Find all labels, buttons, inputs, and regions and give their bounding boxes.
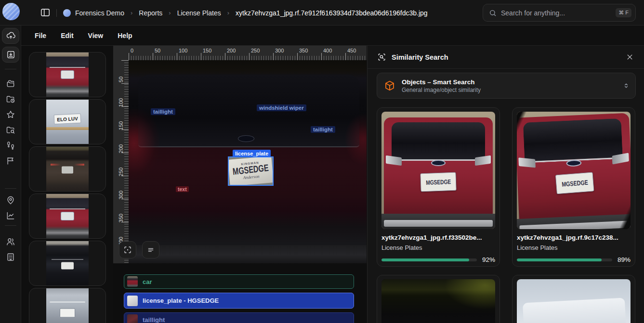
similarity-bar-fill [517, 258, 602, 261]
breadcrumb-separator-icon: › [227, 9, 229, 16]
annotation-row-label: car [143, 278, 152, 285]
similarity-bar-track [381, 258, 477, 261]
focus-icon [123, 245, 132, 254]
sidebar-item-recent[interactable] [5, 94, 16, 104]
ruler-label: 350 [118, 211, 124, 225]
sidebar-item-starred[interactable] [5, 109, 16, 120]
building-icon [6, 252, 15, 262]
folder-clock-icon [6, 94, 15, 104]
layers-list-button[interactable] [142, 241, 159, 258]
similarity-results-grid: MGSEDGE xytkz7ehvzga1_jpg.rf.f33502be...… [377, 107, 635, 323]
import-button[interactable] [2, 47, 19, 63]
folders-icon [6, 79, 15, 89]
result-filename: xytkz7ehvzga1_jpg.rf.f33502be... [381, 234, 495, 241]
annotation-label-taillight-left[interactable]: taillight [151, 108, 175, 115]
thumbnail-white-plate[interactable]: ELO LUV [29, 99, 106, 144]
sidebar-item-people[interactable] [5, 236, 16, 247]
rail-divider [5, 69, 16, 69]
image-search-icon [377, 52, 386, 62]
result-photo: MGSEDGE [517, 112, 631, 229]
ruler-label: 250 [251, 48, 260, 53]
breadcrumb-filename: xytkz7ehvzga1_jpg.rf.7e912f6163934d73bde… [236, 9, 428, 17]
breadcrumb: Forensics Demo › Reports › License Plate… [75, 0, 428, 26]
vertical-ruler: 50 100 150 200 250 300 350 400 [113, 60, 129, 263]
left-icon-rail [0, 26, 21, 323]
thumbnail-red-suv-2[interactable] [29, 194, 106, 239]
annotation-row-license-plate[interactable]: license_plate - HGSEDGE [124, 293, 354, 309]
upload-button[interactable] [2, 28, 19, 44]
workspace-avatar[interactable] [63, 9, 71, 17]
breadcrumb-reports[interactable]: Reports [139, 9, 162, 17]
result-filename: xytkz7ehvzga1_jpg.rf.9c17c238... [517, 234, 631, 241]
flag-icon [6, 156, 15, 166]
result-photo [517, 279, 631, 323]
search-icon [489, 9, 497, 17]
menu-edit[interactable]: Edit [61, 32, 73, 39]
global-search[interactable]: ⌘ F [483, 4, 636, 22]
app-logo[interactable] [2, 3, 20, 20]
annotation-row-label: taillight [143, 316, 165, 323]
search-shortcut-badge: ⌘ F [616, 8, 631, 17]
star-icon [6, 110, 15, 119]
breadcrumb-workspace[interactable]: Forensics Demo [75, 9, 124, 17]
sidebar-item-organization[interactable] [5, 252, 16, 262]
result-dataset: License Plates [381, 244, 495, 251]
car-taillight-right [344, 113, 367, 166]
annotation-label-taillight-right[interactable]: taillight [311, 126, 335, 133]
fit-to-view-button[interactable] [119, 241, 136, 258]
annotation-canvas[interactable]: taillight windshield wiper taillight tex… [129, 60, 367, 263]
license-plate-bounding-box[interactable]: KINGMAN MGSEDGE Anderson [228, 156, 274, 186]
menu-help[interactable]: Help [118, 32, 132, 39]
annotation-thumb [127, 276, 138, 287]
menu-file[interactable]: File [35, 32, 46, 39]
list-lines-icon [147, 246, 155, 254]
ruler-label: 200 [118, 142, 124, 156]
annotation-label-text[interactable]: text [176, 186, 189, 192]
breadcrumb-dataset[interactable]: License Plates [177, 9, 221, 17]
similarity-mode-select[interactable]: Objects – Smart Search General image/obj… [377, 73, 636, 99]
sidebar-item-analytics[interactable] [5, 210, 16, 221]
result-dataset: License Plates [517, 244, 631, 251]
app-window: Forensics Demo › Reports › License Plate… [0, 0, 644, 323]
similarity-score: 89% [618, 256, 631, 263]
annotation-row-car[interactable]: car [124, 274, 354, 289]
sidebar-item-flagged[interactable] [5, 155, 16, 166]
result-card-2[interactable]: MGSEDGE xytkz7ehvzga1_jpg.rf.9c17c238...… [512, 107, 635, 267]
menu-bar: File Edit View Help [21, 26, 644, 46]
horizontal-ruler: 0 50 100 150 200 250 300 350 400 450 [129, 46, 367, 60]
search-input[interactable] [501, 9, 616, 17]
breadcrumb-separator-icon: › [131, 9, 132, 16]
sidebar-item-search-folder[interactable] [5, 125, 16, 135]
sidebar-item-folders[interactable] [5, 78, 16, 89]
thumbnail-black-sedan[interactable] [29, 241, 106, 286]
annotation-row-taillight[interactable]: taillight [124, 312, 354, 323]
folder-search-icon [6, 125, 15, 135]
thumbnail-red-suv-1[interactable] [29, 52, 106, 97]
topbar-divider [56, 9, 57, 17]
result-card-3[interactable] [377, 275, 500, 323]
menu-view[interactable]: View [88, 32, 104, 39]
ruler-label: 300 [275, 48, 284, 53]
cube-icon [384, 80, 395, 91]
close-icon[interactable] [625, 52, 634, 62]
result-card-4[interactable] [512, 275, 635, 323]
footprints-icon [6, 141, 15, 150]
result-card-1[interactable]: MGSEDGE xytkz7ehvzga1_jpg.rf.f33502be...… [377, 107, 500, 267]
annotation-label-license-plate[interactable]: license_plate [233, 150, 271, 157]
annotation-label-windshield-wiper[interactable]: windshield wiper [257, 104, 306, 111]
result-plate-text: MGSEDGE [420, 172, 456, 192]
sidebar-toggle-icon[interactable] [40, 7, 51, 18]
ford-badge [431, 160, 446, 166]
thumbnail-photo [46, 288, 89, 323]
annotation-thumb [127, 314, 138, 323]
ruler-label: 50 [155, 48, 160, 53]
sidebar-item-tracks[interactable] [5, 140, 16, 151]
thumbnail-silver-car[interactable] [29, 288, 106, 323]
mode-subtitle: General image/object similarity [402, 87, 617, 93]
thumbnail-photo [46, 194, 89, 239]
ruler-label: 100 [179, 48, 187, 53]
thumbnail-brown-suv[interactable] [29, 146, 106, 192]
annotation-thumb [127, 296, 138, 306]
ruler-label: 50 [118, 72, 124, 87]
sidebar-item-locations[interactable] [5, 195, 16, 206]
